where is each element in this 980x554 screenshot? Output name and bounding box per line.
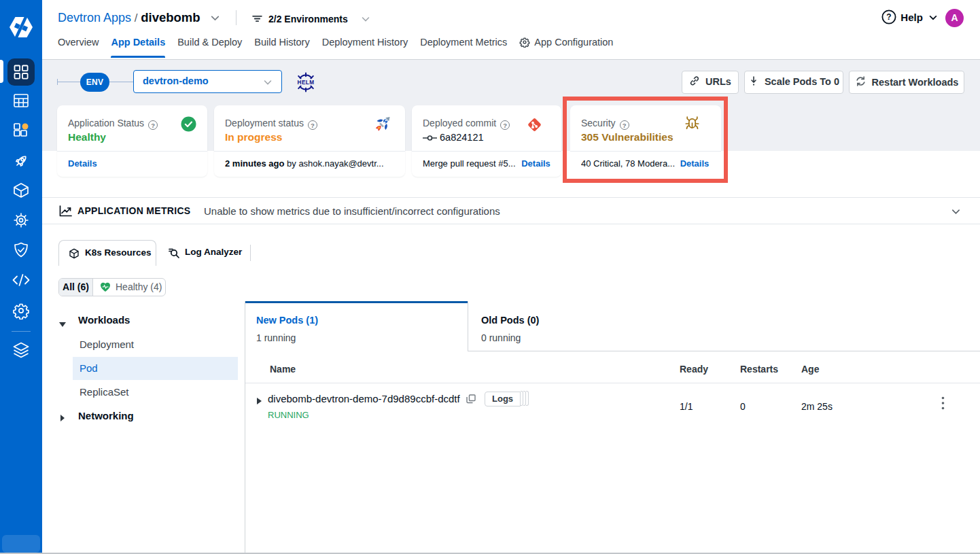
svg-text:HELM: HELM (298, 80, 315, 86)
svg-text:?: ? (887, 12, 892, 22)
